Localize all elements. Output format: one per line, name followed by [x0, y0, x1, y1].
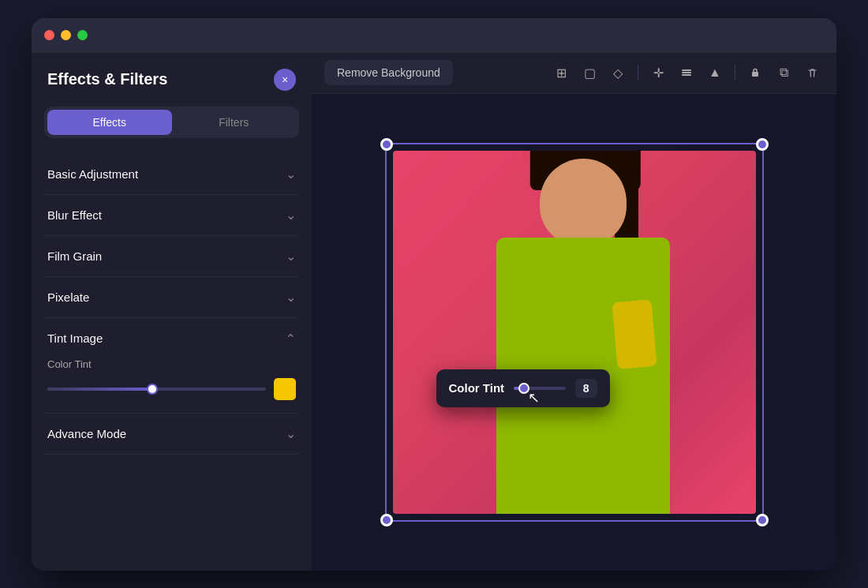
main-content: Effects & Filters × Effects Filters Basi…: [32, 53, 836, 571]
sidebar-close-button[interactable]: ×: [274, 69, 296, 91]
accordion-advance-mode: Advance Mode ⌄: [44, 414, 299, 455]
tooltip-slider-thumb[interactable]: ↖: [518, 383, 529, 394]
accordion-header-blur-effect[interactable]: Blur Effect ⌄: [44, 195, 299, 235]
remove-background-button[interactable]: Remove Background: [324, 60, 453, 85]
app-window: Effects & Filters × Effects Filters Basi…: [32, 18, 836, 571]
slider-thumb[interactable]: [147, 384, 158, 395]
chevron-down-icon: ⌄: [286, 167, 296, 182]
accordion-header-basic-adjustment[interactable]: Basic Adjustment ⌄: [44, 154, 299, 194]
tab-effects[interactable]: Effects: [47, 110, 172, 135]
phone-prop: [612, 298, 657, 369]
close-window-button[interactable]: [44, 30, 54, 40]
minimize-window-button[interactable]: [61, 30, 71, 40]
sidebar-header: Effects & Filters ×: [44, 69, 299, 91]
accordion-pixelate: Pixelate ⌄: [44, 277, 299, 318]
accordion-label-pixelate: Pixelate: [47, 290, 89, 304]
chevron-down-icon: ⌄: [286, 208, 296, 223]
color-tint-label: Color Tint: [47, 358, 296, 370]
diamond-icon[interactable]: ◇: [606, 61, 630, 84]
svg-rect-0: [682, 69, 691, 71]
accordion-header-tint-image[interactable]: Tint Image ⌄: [44, 318, 299, 358]
accordion-header-advance-mode[interactable]: Advance Mode ⌄: [44, 414, 299, 454]
accordion-blur-effect: Blur Effect ⌄: [44, 195, 299, 236]
accordion-header-pixelate[interactable]: Pixelate ⌄: [44, 277, 299, 317]
layers-icon[interactable]: [675, 61, 698, 84]
slider-fill: [47, 388, 152, 391]
maximize-window-button[interactable]: [77, 30, 88, 40]
duplicate-icon[interactable]: ⧉: [772, 61, 795, 84]
frame-icon[interactable]: ▢: [578, 61, 601, 84]
handle-top-right[interactable]: [756, 138, 769, 151]
traffic-lights: [44, 30, 88, 40]
accordion-header-film-grain[interactable]: Film Grain ⌄: [44, 236, 299, 276]
accordion-label-tint-image: Tint Image: [47, 331, 103, 345]
accordion-label-advance-mode: Advance Mode: [47, 427, 126, 440]
canvas-toolbar: Remove Background ⊞ ▢ ◇ ✛ ▲: [312, 53, 836, 94]
tooltip-value: 8: [575, 379, 597, 398]
tooltip-label: Color Tint: [449, 381, 505, 395]
tab-filters[interactable]: Filters: [172, 110, 297, 135]
tab-row: Effects Filters: [44, 107, 299, 138]
toolbar-icons: ⊞ ▢ ◇ ✛ ▲: [549, 61, 824, 84]
canvas-area: Remove Background ⊞ ▢ ◇ ✛ ▲: [312, 53, 836, 571]
delete-icon[interactable]: [800, 61, 824, 84]
sidebar-title: Effects & Filters: [47, 70, 167, 88]
toolbar-divider: [638, 65, 638, 81]
canvas-viewport[interactable]: Color Tint ↖ 8: [312, 94, 836, 571]
chevron-down-icon: ⌄: [286, 426, 296, 441]
color-tint-slider-track[interactable]: [47, 388, 266, 391]
handle-bottom-right[interactable]: [756, 514, 769, 526]
toolbar-divider-2: [735, 65, 735, 81]
shape-icon[interactable]: ▲: [703, 61, 727, 84]
cursor-icon: ↖: [528, 389, 540, 406]
tooltip-slider[interactable]: ↖: [514, 387, 566, 390]
svg-rect-3: [752, 72, 758, 77]
accordion-basic-adjustment: Basic Adjustment ⌄: [44, 154, 299, 195]
accordion-tint-image: Tint Image ⌄ Color Tint: [44, 318, 299, 414]
color-tint-slider-row: [47, 378, 296, 400]
color-swatch[interactable]: [274, 378, 296, 400]
person-head: [540, 159, 627, 245]
chevron-down-icon: ⌄: [286, 290, 296, 305]
grid-icon[interactable]: ⊞: [549, 61, 573, 84]
canvas-image[interactable]: [393, 151, 756, 514]
handle-bottom-left[interactable]: [380, 514, 393, 526]
accordion-label-blur-effect: Blur Effect: [47, 208, 102, 222]
svg-rect-2: [682, 74, 691, 76]
svg-rect-1: [682, 72, 691, 73]
tint-image-content: Color Tint: [44, 358, 299, 413]
chevron-up-icon: ⌄: [286, 331, 296, 346]
accordion-label-basic-adjustment: Basic Adjustment: [47, 167, 138, 181]
image-frame: Color Tint ↖ 8: [393, 151, 756, 514]
accordion-film-grain: Film Grain ⌄: [44, 236, 299, 277]
chevron-down-icon: ⌄: [286, 249, 296, 264]
sidebar: Effects & Filters × Effects Filters Basi…: [32, 53, 312, 571]
accordion-label-film-grain: Film Grain: [47, 249, 102, 263]
handle-top-left[interactable]: [380, 138, 393, 151]
lock-icon[interactable]: [743, 61, 767, 84]
color-tint-tooltip: Color Tint ↖ 8: [436, 369, 610, 407]
title-bar: [32, 18, 836, 53]
move-icon[interactable]: ✛: [646, 61, 670, 84]
